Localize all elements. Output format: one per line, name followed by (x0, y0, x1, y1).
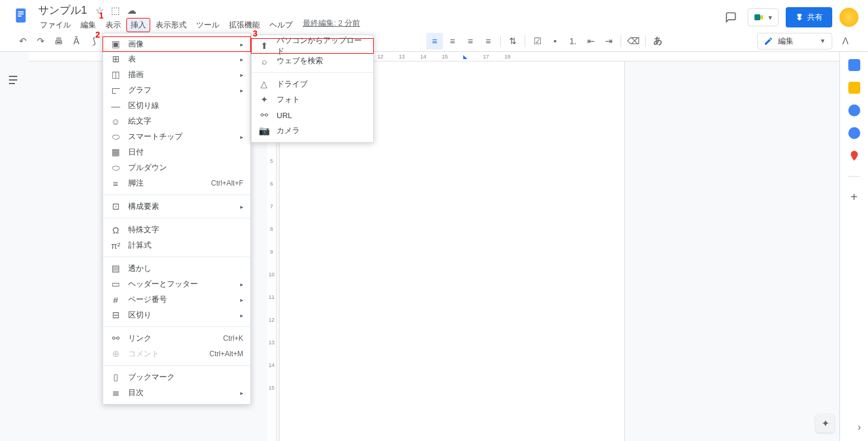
indent-decrease-button[interactable]: ⇤ (582, 33, 599, 50)
drive-icon: △ (259, 79, 269, 90)
insert-table-item[interactable]: ⊞表▸ (103, 51, 250, 67)
docs-logo-icon[interactable] (10, 4, 33, 27)
collapse-toolbar-button[interactable]: ᐱ (837, 33, 854, 50)
indent-increase-button[interactable]: ⇥ (600, 33, 617, 50)
editing-mode-button[interactable]: 編集▼ (757, 33, 832, 50)
photos-item[interactable]: ✦フォト (252, 92, 373, 107)
insert-equation-item[interactable]: π²計算式 (103, 238, 250, 253)
insert-date-item[interactable]: ▦日付 (103, 144, 250, 160)
cloud-icon[interactable]: ☁ (127, 5, 137, 16)
move-icon[interactable]: ⬚ (111, 5, 120, 16)
contacts-icon[interactable] (848, 127, 860, 139)
annotation-2: 2 (95, 30, 100, 39)
insert-hr-item[interactable]: —区切り線 (103, 98, 250, 113)
add-addon-icon[interactable]: + (848, 191, 860, 203)
align-left-button[interactable]: ≡ (426, 33, 443, 50)
insert-smartchip-item[interactable]: ⬭スマートチップ▸ (103, 129, 250, 144)
undo-button[interactable]: ↶ (14, 33, 31, 50)
app-header: サンプル1 ☆ ⬚ ☁ ファイル 編集 表示 挿入 表示形式 ツール 拡張機能 … (0, 0, 868, 30)
annotation-1: 1 (99, 11, 104, 20)
insert-link-item[interactable]: ⚯リンクCtrl+K (103, 331, 250, 346)
toc-icon: ≣ (110, 387, 121, 398)
emoji-icon: ☺ (110, 116, 121, 127)
upload-from-computer-item[interactable]: ⬆パソコンからアップロード (251, 38, 374, 54)
spellcheck-button[interactable]: Ᾱ (68, 33, 85, 50)
side-panel: + (839, 52, 868, 441)
insert-drawing-item[interactable]: ◫描画▸ (103, 67, 250, 82)
line-spacing-button[interactable]: ⇅ (504, 33, 521, 50)
date-icon: ▦ (110, 147, 121, 158)
align-justify-button[interactable]: ≡ (480, 33, 497, 50)
clear-format-button[interactable]: ⌫ (625, 33, 641, 50)
side-panel-collapse[interactable]: › (858, 422, 861, 433)
menu-format[interactable]: 表示形式 (151, 18, 191, 32)
equation-icon: π² (110, 240, 121, 251)
align-right-button[interactable]: ≡ (462, 33, 479, 50)
meet-button[interactable]: ▼ (748, 8, 779, 26)
insert-dropdown: ▣画像▸ ⊞表▸ ◫描画▸ ⫍グラフ▸ —区切り線 ☺絵文字 ⬭スマートチップ▸… (103, 33, 251, 405)
insert-header-footer-item[interactable]: ▭ヘッダーとフッター▸ (103, 276, 250, 292)
svg-rect-6 (9, 76, 17, 77)
menu-view[interactable]: 表示 (101, 18, 125, 32)
bullet-list-button[interactable]: • (547, 33, 563, 50)
insert-emoji-item[interactable]: ☺絵文字 (103, 113, 250, 129)
insert-footnote-item[interactable]: ≡脚注Ctrl+Alt+F (103, 175, 250, 191)
comment-history-icon[interactable] (721, 8, 740, 27)
insert-toc-item[interactable]: ≣目次▸ (103, 385, 250, 400)
align-center-button[interactable]: ≡ (444, 33, 461, 50)
keep-icon[interactable] (848, 82, 860, 94)
title-area: サンプル1 ☆ ⬚ ☁ ファイル 編集 表示 挿入 表示形式 ツール 拡張機能 … (36, 4, 721, 32)
svg-rect-5 (798, 14, 802, 17)
user-avatar[interactable] (839, 8, 858, 27)
insert-watermark-item[interactable]: ▤透かし (103, 261, 250, 276)
calendar-icon[interactable] (848, 59, 860, 71)
menu-insert[interactable]: 挿入 (126, 18, 150, 32)
print-button[interactable]: 🖶 (50, 33, 67, 50)
ime-button[interactable]: あ (649, 33, 666, 50)
insert-pulldown-item[interactable]: ⬭プルダウン (103, 160, 250, 175)
insert-building-blocks-item[interactable]: ⊡構成要素▸ (103, 199, 250, 214)
building-blocks-icon: ⊡ (110, 201, 121, 212)
search-web-item[interactable]: ⌕ウェブを検索 (252, 53, 373, 69)
bookmark-icon: ▯ (110, 372, 121, 383)
header-footer-icon: ▭ (110, 279, 121, 289)
insert-bookmark-item[interactable]: ▯ブックマーク (103, 369, 250, 385)
menu-help[interactable]: ヘルプ (265, 18, 297, 32)
upload-icon: ⬆ (259, 41, 269, 51)
insert-page-numbers-item[interactable]: #ページ番号▸ (103, 292, 250, 307)
camera-icon: 📷 (259, 125, 269, 136)
redo-button[interactable]: ↷ (32, 33, 49, 50)
svg-rect-3 (18, 16, 21, 17)
pulldown-icon: ⬭ (110, 162, 121, 173)
maps-icon[interactable] (848, 150, 860, 162)
search-icon: ⌕ (259, 56, 269, 66)
outline-toggle-icon[interactable] (7, 73, 21, 87)
insert-chart-item[interactable]: ⫍グラフ▸ (103, 82, 250, 98)
svg-rect-2 (18, 14, 23, 15)
svg-rect-1 (18, 11, 23, 13)
smartchip-icon: ⬭ (110, 131, 121, 142)
left-margin (0, 52, 29, 441)
camera-item[interactable]: 📷カメラ (252, 123, 373, 138)
annotation-3: 3 (253, 29, 258, 38)
drawing-icon: ◫ (110, 69, 121, 80)
insert-break-item[interactable]: ⊟区切り▸ (103, 307, 250, 323)
last-edit-link[interactable]: 最終編集: 2 分前 (303, 18, 360, 32)
document-title[interactable]: サンプル1 (36, 2, 89, 18)
tasks-icon[interactable] (848, 104, 860, 116)
explore-button[interactable]: ✦ (816, 414, 835, 433)
image-submenu: ⬆パソコンからアップロード ⌕ウェブを検索 △ドライブ ✦フォト ⚯URL 📷カ… (251, 35, 374, 143)
drive-item[interactable]: △ドライブ (252, 76, 373, 92)
menu-extensions[interactable]: 拡張機能 (225, 18, 264, 32)
svg-rect-8 (9, 83, 15, 84)
checklist-button[interactable]: ☑ (529, 33, 545, 50)
url-item[interactable]: ⚯URL (252, 107, 373, 123)
numbered-list-button[interactable]: 1. (565, 33, 581, 50)
break-icon: ⊟ (110, 310, 121, 320)
chart-icon: ⫍ (110, 85, 121, 95)
insert-image-item[interactable]: ▣画像▸ (103, 36, 251, 52)
menu-file[interactable]: ファイル (36, 18, 75, 32)
insert-special-item[interactable]: Ω特殊文字 (103, 222, 250, 238)
menu-tools[interactable]: ツール (192, 18, 224, 32)
share-button[interactable]: 共有 (786, 7, 832, 27)
